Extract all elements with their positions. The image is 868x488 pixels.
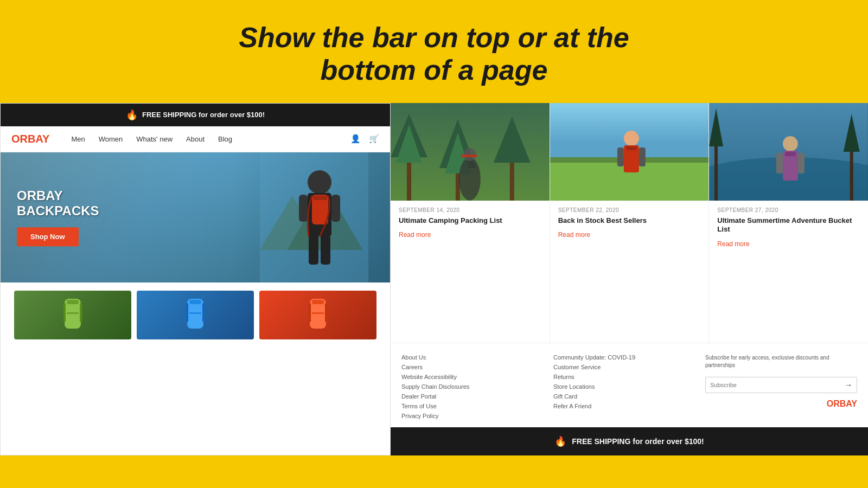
shop-now-button[interactable]: Shop Now xyxy=(17,227,79,246)
footer-link-gift[interactable]: Gift Card xyxy=(553,393,705,400)
nav-men[interactable]: Men xyxy=(71,135,85,143)
product-thumb-green[interactable] xyxy=(14,291,131,339)
right-panel: SEPTEMBER 14, 2020 Ultimate Camping Pack… xyxy=(391,103,868,455)
hero-title: ORBAYBACKPACKS xyxy=(17,188,99,220)
footer-link-returns[interactable]: Returns xyxy=(553,374,705,380)
top-shipping-bar: 🔥 FREE SHIPPING for order over $100! xyxy=(1,104,390,126)
backpack-blue-icon xyxy=(182,293,209,337)
hero-section: ORBAYBACKPACKS Shop Now xyxy=(1,152,390,282)
blog-post-3: SEPTEMBER 27, 2020 Ultimate Summertime A… xyxy=(709,103,868,343)
hero-text: ORBAYBACKPACKS Shop Now xyxy=(17,188,99,247)
blog-image-2 xyxy=(550,103,709,201)
subscribe-text: Subscribe for early access, exclusive di… xyxy=(705,354,857,369)
blog-date-2: SEPTEMBER 22, 2020 xyxy=(558,207,701,213)
backpack-orange-icon xyxy=(304,293,331,337)
footer-link-terms[interactable]: Terms of Use xyxy=(401,403,553,409)
blog-date-1: SEPTEMBER 14, 2020 xyxy=(399,207,541,213)
blog-section: SEPTEMBER 14, 2020 Ultimate Camping Pack… xyxy=(391,103,868,343)
blog-image-2-svg xyxy=(550,103,709,201)
svg-point-3 xyxy=(308,170,331,194)
nav-links: Men Women Whats' new About Blog xyxy=(71,135,334,143)
nav-about[interactable]: About xyxy=(186,135,205,143)
svg-rect-38 xyxy=(461,155,477,157)
hero-person-illustration xyxy=(260,152,368,282)
blog-image-3-svg xyxy=(709,103,868,201)
footer-col-2: Community Update: COVID-19 Customer Serv… xyxy=(553,354,705,419)
nav-blog[interactable]: Blog xyxy=(218,135,232,143)
svg-rect-12 xyxy=(67,300,79,304)
blog-title-2: Back in Stock Best Sellers xyxy=(558,216,701,226)
blog-date-3: SEPTEMBER 27, 2020 xyxy=(717,207,860,213)
footer-link-stores[interactable]: Store Locations xyxy=(553,383,705,390)
top-shipping-text: FREE SHIPPING for order over $100! xyxy=(142,111,265,119)
subscribe-button[interactable]: → xyxy=(840,377,857,393)
footer-link-accessibility[interactable]: Website Accessibility xyxy=(401,374,553,380)
blog-content-1: SEPTEMBER 14, 2020 Ultimate Camping Pack… xyxy=(391,201,550,246)
svg-rect-25 xyxy=(312,312,324,314)
svg-rect-8 xyxy=(331,195,340,222)
footer-link-customer-service[interactable]: Customer Service xyxy=(553,364,705,370)
subscribe-form: → xyxy=(705,377,857,393)
blog-read-more-2[interactable]: Read more xyxy=(558,231,590,239)
headline-line2: bottom of a page xyxy=(321,54,548,86)
footer-link-privacy[interactable]: Privacy Policy xyxy=(401,413,553,419)
product-thumbnails xyxy=(1,282,390,455)
bottom-shipping-text: FREE SHIPPING for order over $100! xyxy=(572,437,704,446)
svg-rect-24 xyxy=(325,303,327,322)
headline-line1: Show the bar on top or at the xyxy=(239,22,629,53)
svg-rect-19 xyxy=(202,303,205,322)
blog-image-3 xyxy=(709,103,868,201)
svg-rect-13 xyxy=(63,303,66,322)
footer-col-3: Subscribe for early access, exclusive di… xyxy=(705,354,857,419)
svg-rect-20 xyxy=(189,312,201,314)
svg-rect-57 xyxy=(776,153,783,174)
product-thumb-blue[interactable] xyxy=(137,291,254,339)
nav-women[interactable]: Women xyxy=(99,135,123,143)
svg-point-37 xyxy=(463,148,476,161)
headline: Show the bar on top or at the bottom of … xyxy=(11,22,857,87)
svg-rect-45 xyxy=(617,147,624,166)
nav-logo[interactable]: ORBAY xyxy=(11,133,49,145)
nav-icons: 👤 🛒 xyxy=(350,134,379,144)
svg-rect-9 xyxy=(309,235,318,265)
main-content: 🔥 FREE SHIPPING for order over $100! ORB… xyxy=(0,103,868,455)
blog-image-1 xyxy=(391,103,550,201)
backpack-green-icon xyxy=(59,293,86,337)
svg-rect-17 xyxy=(189,300,201,304)
svg-point-36 xyxy=(459,157,481,201)
blog-content-2: SEPTEMBER 22, 2020 Back in Stock Best Se… xyxy=(550,201,709,246)
footer-link-careers[interactable]: Careers xyxy=(401,364,553,370)
flame-icon-top: 🔥 xyxy=(126,109,138,121)
navigation: ORBAY Men Women Whats' new About Blog 👤 … xyxy=(1,126,390,152)
left-panel: 🔥 FREE SHIPPING for order over $100! ORB… xyxy=(0,103,391,455)
blog-image-1-svg xyxy=(391,103,550,201)
svg-point-54 xyxy=(783,136,798,151)
nav-whats-new[interactable]: Whats' new xyxy=(136,135,173,143)
blog-read-more-1[interactable]: Read more xyxy=(399,231,431,239)
svg-rect-47 xyxy=(626,146,637,150)
top-banner: Show the bar on top or at the bottom of … xyxy=(0,0,868,103)
svg-rect-14 xyxy=(80,303,82,322)
subscribe-input[interactable] xyxy=(706,378,840,391)
svg-rect-7 xyxy=(299,195,308,222)
footer-link-covid[interactable]: Community Update: COVID-19 xyxy=(553,354,705,361)
blog-title-3: Ultimate Summertime Adventure Bucket Lis… xyxy=(717,216,860,235)
svg-rect-56 xyxy=(785,152,796,156)
svg-rect-22 xyxy=(312,300,324,304)
svg-rect-58 xyxy=(798,153,805,174)
footer-link-supply-chain[interactable]: Supply Chain Disclosures xyxy=(401,383,553,390)
footer-link-dealer[interactable]: Dealer Portal xyxy=(401,393,553,400)
svg-point-43 xyxy=(624,131,639,146)
footer-logo: ORBAY xyxy=(705,399,857,409)
user-icon[interactable]: 👤 xyxy=(350,134,361,144)
svg-rect-18 xyxy=(186,303,188,322)
blog-read-more-3[interactable]: Read more xyxy=(717,240,749,248)
footer-link-refer[interactable]: Refer A Friend xyxy=(553,403,705,409)
blog-post-2: SEPTEMBER 22, 2020 Back in Stock Best Se… xyxy=(550,103,710,343)
product-thumb-orange[interactable] xyxy=(259,291,376,339)
flame-icon-bottom: 🔥 xyxy=(554,435,566,447)
footer-col-1: About Us Careers Website Accessibility S… xyxy=(401,354,553,419)
cart-icon[interactable]: 🛒 xyxy=(369,134,379,144)
blog-title-1: Ultimate Camping Packing List xyxy=(399,216,541,226)
footer-link-about-us[interactable]: About Us xyxy=(401,354,553,361)
